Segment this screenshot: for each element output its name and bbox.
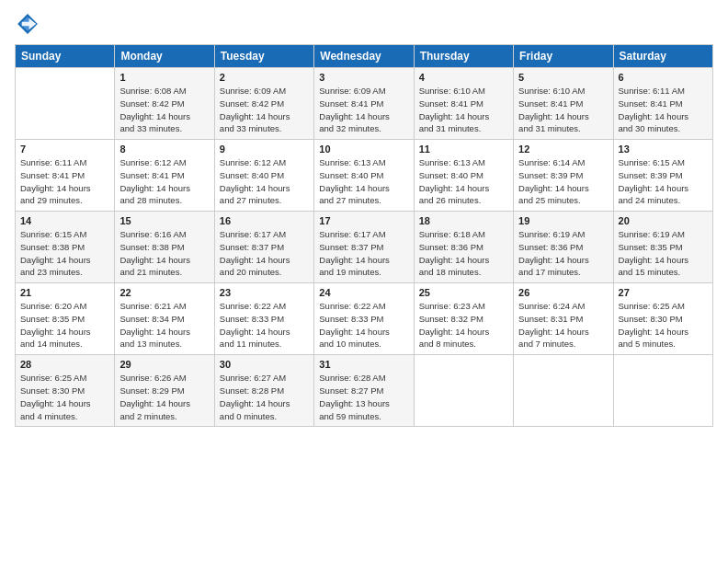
day-info: Sunrise: 6:19 AM Sunset: 8:36 PM Dayligh… bbox=[518, 228, 608, 279]
day-info: Sunrise: 6:21 AM Sunset: 8:34 PM Dayligh… bbox=[119, 300, 209, 350]
day-number: 3 bbox=[319, 72, 408, 83]
page: SundayMondayTuesdayWednesdayThursdayFrid… bbox=[0, 0, 728, 563]
calendar-cell: 15Sunrise: 6:16 AM Sunset: 8:38 PM Dayli… bbox=[115, 212, 214, 283]
header-day-sunday: Sunday bbox=[16, 45, 115, 68]
week-row-3: 14Sunrise: 6:15 AM Sunset: 8:38 PM Dayli… bbox=[16, 212, 713, 283]
day-number: 16 bbox=[220, 215, 309, 226]
day-info: Sunrise: 6:15 AM Sunset: 8:38 PM Dayligh… bbox=[20, 228, 109, 279]
day-info: Sunrise: 6:14 AM Sunset: 8:39 PM Dayligh… bbox=[518, 156, 608, 207]
day-info: Sunrise: 6:13 AM Sunset: 8:40 PM Dayligh… bbox=[319, 156, 408, 207]
day-number: 28 bbox=[20, 359, 109, 370]
calendar-cell: 25Sunrise: 6:23 AM Sunset: 8:32 PM Dayli… bbox=[414, 283, 513, 355]
header-row: SundayMondayTuesdayWednesdayThursdayFrid… bbox=[16, 45, 713, 68]
day-number: 9 bbox=[220, 144, 309, 155]
calendar-cell: 12Sunrise: 6:14 AM Sunset: 8:39 PM Dayli… bbox=[514, 140, 613, 212]
day-number: 5 bbox=[518, 72, 608, 83]
day-number: 6 bbox=[619, 72, 708, 83]
day-number: 4 bbox=[419, 72, 508, 83]
day-info: Sunrise: 6:09 AM Sunset: 8:42 PM Dayligh… bbox=[220, 85, 309, 135]
header-day-tuesday: Tuesday bbox=[214, 45, 313, 68]
week-row-5: 28Sunrise: 6:25 AM Sunset: 8:30 PM Dayli… bbox=[16, 355, 713, 427]
day-number: 17 bbox=[319, 215, 408, 226]
day-info: Sunrise: 6:10 AM Sunset: 8:41 PM Dayligh… bbox=[419, 85, 508, 135]
week-row-4: 21Sunrise: 6:20 AM Sunset: 8:35 PM Dayli… bbox=[16, 283, 713, 355]
calendar-cell bbox=[16, 68, 115, 140]
day-number: 19 bbox=[518, 215, 608, 226]
calendar-cell bbox=[613, 355, 712, 427]
day-info: Sunrise: 6:12 AM Sunset: 8:41 PM Dayligh… bbox=[119, 156, 209, 207]
day-info: Sunrise: 6:12 AM Sunset: 8:40 PM Dayligh… bbox=[220, 156, 309, 207]
day-info: Sunrise: 6:24 AM Sunset: 8:31 PM Dayligh… bbox=[518, 300, 608, 350]
calendar-cell: 5Sunrise: 6:10 AM Sunset: 8:41 PM Daylig… bbox=[514, 68, 613, 140]
header-day-saturday: Saturday bbox=[613, 45, 712, 68]
calendar-cell: 29Sunrise: 6:26 AM Sunset: 8:29 PM Dayli… bbox=[115, 355, 214, 427]
day-number: 8 bbox=[119, 144, 209, 155]
calendar-cell: 16Sunrise: 6:17 AM Sunset: 8:37 PM Dayli… bbox=[214, 212, 313, 283]
day-number: 24 bbox=[319, 287, 408, 298]
day-info: Sunrise: 6:28 AM Sunset: 8:27 PM Dayligh… bbox=[319, 372, 408, 422]
calendar-cell: 9Sunrise: 6:12 AM Sunset: 8:40 PM Daylig… bbox=[214, 140, 313, 212]
calendar-cell: 31Sunrise: 6:28 AM Sunset: 8:27 PM Dayli… bbox=[314, 355, 414, 427]
day-info: Sunrise: 6:20 AM Sunset: 8:35 PM Dayligh… bbox=[20, 300, 109, 350]
calendar-cell bbox=[514, 355, 613, 427]
day-number: 1 bbox=[119, 72, 209, 83]
calendar-cell: 21Sunrise: 6:20 AM Sunset: 8:35 PM Dayli… bbox=[16, 283, 115, 355]
calendar-cell: 17Sunrise: 6:17 AM Sunset: 8:37 PM Dayli… bbox=[314, 212, 414, 283]
day-info: Sunrise: 6:27 AM Sunset: 8:28 PM Dayligh… bbox=[220, 372, 309, 422]
day-info: Sunrise: 6:19 AM Sunset: 8:35 PM Dayligh… bbox=[619, 228, 708, 279]
calendar-table: SundayMondayTuesdayWednesdayThursdayFrid… bbox=[15, 44, 713, 427]
calendar-cell: 27Sunrise: 6:25 AM Sunset: 8:30 PM Dayli… bbox=[613, 283, 712, 355]
day-number: 10 bbox=[319, 144, 408, 155]
calendar-cell: 28Sunrise: 6:25 AM Sunset: 8:30 PM Dayli… bbox=[16, 355, 115, 427]
day-number: 11 bbox=[419, 144, 508, 155]
day-number: 20 bbox=[619, 215, 708, 226]
calendar-cell: 1Sunrise: 6:08 AM Sunset: 8:42 PM Daylig… bbox=[115, 68, 214, 140]
header-day-wednesday: Wednesday bbox=[314, 45, 414, 68]
calendar-cell: 3Sunrise: 6:09 AM Sunset: 8:41 PM Daylig… bbox=[314, 68, 414, 140]
calendar-cell: 22Sunrise: 6:21 AM Sunset: 8:34 PM Dayli… bbox=[115, 283, 214, 355]
header-day-friday: Friday bbox=[514, 45, 613, 68]
calendar-cell: 24Sunrise: 6:22 AM Sunset: 8:33 PM Dayli… bbox=[314, 283, 414, 355]
day-info: Sunrise: 6:16 AM Sunset: 8:38 PM Dayligh… bbox=[119, 228, 209, 279]
day-number: 2 bbox=[220, 72, 309, 83]
calendar-cell: 8Sunrise: 6:12 AM Sunset: 8:41 PM Daylig… bbox=[115, 140, 214, 212]
calendar-cell: 26Sunrise: 6:24 AM Sunset: 8:31 PM Dayli… bbox=[514, 283, 613, 355]
day-info: Sunrise: 6:17 AM Sunset: 8:37 PM Dayligh… bbox=[319, 228, 408, 279]
calendar-cell: 13Sunrise: 6:15 AM Sunset: 8:39 PM Dayli… bbox=[613, 140, 712, 212]
day-number: 7 bbox=[20, 144, 109, 155]
day-info: Sunrise: 6:09 AM Sunset: 8:41 PM Dayligh… bbox=[319, 85, 408, 135]
day-info: Sunrise: 6:13 AM Sunset: 8:40 PM Dayligh… bbox=[419, 156, 508, 207]
day-info: Sunrise: 6:17 AM Sunset: 8:37 PM Dayligh… bbox=[220, 228, 309, 279]
day-number: 21 bbox=[20, 287, 109, 298]
day-number: 29 bbox=[119, 359, 209, 370]
calendar-cell: 14Sunrise: 6:15 AM Sunset: 8:38 PM Dayli… bbox=[16, 212, 115, 283]
day-info: Sunrise: 6:22 AM Sunset: 8:33 PM Dayligh… bbox=[319, 300, 408, 350]
calendar-cell: 7Sunrise: 6:11 AM Sunset: 8:41 PM Daylig… bbox=[16, 140, 115, 212]
day-info: Sunrise: 6:18 AM Sunset: 8:36 PM Dayligh… bbox=[419, 228, 508, 279]
day-number: 12 bbox=[518, 144, 608, 155]
day-info: Sunrise: 6:11 AM Sunset: 8:41 PM Dayligh… bbox=[619, 85, 708, 135]
calendar-cell: 4Sunrise: 6:10 AM Sunset: 8:41 PM Daylig… bbox=[414, 68, 513, 140]
day-number: 23 bbox=[220, 287, 309, 298]
day-info: Sunrise: 6:25 AM Sunset: 8:30 PM Dayligh… bbox=[20, 372, 109, 422]
day-number: 27 bbox=[619, 287, 708, 298]
day-number: 15 bbox=[119, 215, 209, 226]
day-info: Sunrise: 6:25 AM Sunset: 8:30 PM Dayligh… bbox=[619, 300, 708, 350]
day-info: Sunrise: 6:11 AM Sunset: 8:41 PM Dayligh… bbox=[20, 156, 109, 207]
day-info: Sunrise: 6:10 AM Sunset: 8:41 PM Dayligh… bbox=[518, 85, 608, 135]
calendar-cell bbox=[414, 355, 513, 427]
header bbox=[15, 11, 713, 37]
logo bbox=[15, 11, 44, 37]
week-row-1: 1Sunrise: 6:08 AM Sunset: 8:42 PM Daylig… bbox=[16, 68, 713, 140]
calendar-cell: 11Sunrise: 6:13 AM Sunset: 8:40 PM Dayli… bbox=[414, 140, 513, 212]
day-number: 30 bbox=[220, 359, 309, 370]
header-day-thursday: Thursday bbox=[414, 45, 513, 68]
day-number: 25 bbox=[419, 287, 508, 298]
day-number: 26 bbox=[518, 287, 608, 298]
calendar-cell: 18Sunrise: 6:18 AM Sunset: 8:36 PM Dayli… bbox=[414, 212, 513, 283]
header-day-monday: Monday bbox=[115, 45, 214, 68]
day-number: 18 bbox=[419, 215, 508, 226]
day-number: 31 bbox=[319, 359, 408, 370]
day-number: 14 bbox=[20, 215, 109, 226]
logo-icon bbox=[15, 11, 40, 37]
